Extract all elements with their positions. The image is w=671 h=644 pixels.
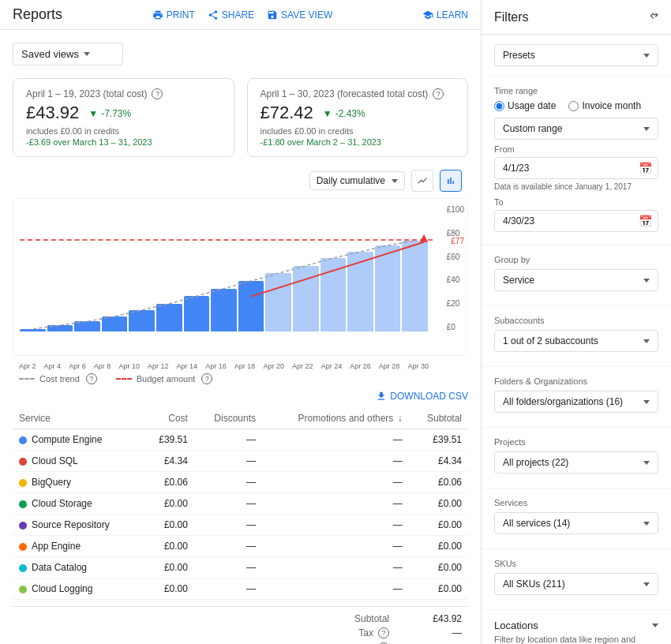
subtotal-value: £43.92 [414, 613, 462, 624]
presets-section: Presets [482, 35, 671, 77]
skus-dropdown[interactable]: All SKUs (211) [494, 573, 658, 595]
service-cell: Cloud Logging [13, 578, 142, 600]
subaccounts-dropdown[interactable]: 1 out of 2 subaccounts [494, 330, 658, 352]
custom-range-chevron-icon [643, 127, 650, 131]
col-cost: Cost [142, 408, 194, 429]
table-row: App Engine £0.00 — — £0.00 [13, 536, 468, 557]
cost-cell: £0.00 [142, 493, 194, 515]
promos-cell: — [262, 493, 409, 515]
legend-cost-trend: Cost trend ? [19, 373, 97, 384]
cost-trend-help-icon[interactable]: ? [86, 373, 97, 384]
metric-help-icon-2[interactable]: ? [433, 88, 444, 99]
custom-range-dropdown[interactable]: Custom range [494, 118, 658, 140]
tax-row: Tax ? — [19, 627, 462, 638]
save-view-button[interactable]: SAVE VIEW [267, 9, 332, 21]
service-dot-icon [19, 458, 27, 466]
cost-trend-line-icon [19, 378, 35, 380]
chart-x-labels: Apr 2 Apr 4 Apr 6 Apr 8 Apr 10 Apr 12 Ap… [13, 362, 468, 370]
locations-collapsible[interactable]: Locations [494, 620, 658, 631]
chart-bar [375, 245, 401, 331]
metric-value-2: £72.42 [261, 103, 313, 123]
sort-icon[interactable]: ↓ [398, 413, 403, 424]
service-dot-icon [19, 586, 27, 593]
group-by-dropdown[interactable]: Service [494, 269, 658, 291]
cost-cell: £0.06 [142, 472, 194, 493]
chart-bar [238, 281, 264, 331]
projects-label: Projects [494, 437, 658, 447]
subaccounts-label: Subaccounts [494, 316, 658, 325]
promos-cell: — [262, 536, 409, 557]
col-promos: Promotions and others ↓ [262, 408, 409, 429]
promos-cell: — [262, 451, 409, 472]
time-range-section: Time range Usage date Invoice month Cust… [482, 77, 671, 245]
cost-cell: £0.00 [142, 536, 194, 557]
chart-bar [156, 304, 182, 331]
projects-dropdown[interactable]: All projects (22) [494, 451, 658, 474]
metric-card-forecast: April 1 – 30, 2023 (forecasted total cos… [247, 78, 469, 157]
service-cell: App Engine [13, 536, 142, 557]
tax-help-icon[interactable]: ? [378, 627, 389, 638]
cost-cell: £0.00 [142, 578, 194, 600]
line-chart-button[interactable] [411, 170, 433, 192]
table-row: Compute Engine £39.51 — — £39.51 [13, 429, 468, 451]
group-by-section: Group by Service [482, 245, 671, 306]
saved-views-row: Saved views [13, 43, 468, 66]
saved-views-select[interactable]: Saved views [13, 43, 123, 66]
metric-sub2b: -£1.80 over March 2 – 31, 2023 [261, 137, 455, 147]
invoice-month-radio[interactable]: Invoice month [568, 100, 641, 111]
discounts-cell: — [194, 493, 262, 515]
to-date-input[interactable] [494, 210, 658, 232]
chart-legend: Cost trend ? Budget amount ? [13, 373, 468, 384]
chart-type-select[interactable]: Daily cumulative [309, 171, 405, 190]
chart-bar [402, 241, 428, 331]
budget-amount-help-icon[interactable]: ? [201, 373, 212, 384]
chart-bar [293, 266, 319, 331]
usage-date-radio[interactable]: Usage date [494, 100, 556, 111]
chart-bar [211, 289, 237, 331]
table-row: Cloud Storage £0.00 — — £0.00 [13, 493, 468, 515]
collapse-filters-button[interactable] [646, 9, 658, 24]
subtotal-cell: £0.06 [409, 472, 468, 493]
chart-y-labels: £100 £80 £60 £40 £20 £0 [447, 205, 464, 331]
print-button[interactable]: PRINT [152, 9, 195, 21]
promos-cell: — [262, 557, 409, 578]
projects-section: Projects All projects (22) [482, 428, 671, 489]
service-dot-icon [19, 543, 27, 551]
metric-sub2a: includes £0.00 in credits [261, 126, 455, 136]
presets-chevron-icon [643, 54, 650, 58]
share-button[interactable]: SHARE [208, 9, 254, 21]
projects-chevron-icon [643, 461, 650, 465]
chart-bar [265, 273, 291, 331]
table-row: Data Catalog £0.00 — — £0.00 [13, 557, 468, 578]
cost-cell: £0.00 [142, 515, 194, 536]
filters-header: Filters [482, 0, 671, 35]
services-dropdown[interactable]: All services (14) [494, 512, 658, 534]
subtotal-cell: £4.34 [409, 451, 468, 472]
locations-section: Locations Filter by location data like r… [482, 610, 671, 644]
subtotal-cell: £0.00 [409, 536, 468, 557]
services-section: Services All services (14) [482, 489, 671, 549]
subtotal-cell: £0.00 [409, 493, 468, 515]
bar-chart-button[interactable] [440, 170, 462, 192]
download-csv-button[interactable]: DOWNLOAD CSV [376, 391, 468, 402]
metric-delta-1: ▼ -7.73% [88, 108, 131, 119]
time-range-label: Time range [494, 86, 658, 95]
folders-dropdown[interactable]: All folders/organizations (16) [494, 391, 658, 413]
discounts-cell: — [194, 451, 262, 472]
subtotal-cell: £0.00 [409, 515, 468, 536]
subtotal-cell: £0.00 [409, 557, 468, 578]
skus-label: SKUs [494, 559, 658, 568]
metric-help-icon-1[interactable]: ? [152, 88, 163, 99]
chart-bar [321, 258, 347, 331]
presets-select[interactable]: Presets [494, 44, 658, 66]
chart-bar [20, 329, 46, 331]
promos-cell: — [262, 578, 409, 600]
from-date-input[interactable] [494, 157, 658, 179]
data-table: Service Cost Discounts Promotions and ot… [13, 408, 468, 600]
table-row: Cloud Logging £0.00 — — £0.00 [13, 578, 468, 600]
legend-budget-amount: Budget amount ? [116, 373, 213, 384]
content-area: Saved views April 1 – 19, 2023 (total co… [0, 30, 481, 644]
metric-delta-2: ▼ -2.43% [323, 108, 365, 119]
learn-button[interactable]: LEARN [422, 9, 468, 21]
table-row: BigQuery £0.06 — — £0.06 [13, 472, 468, 493]
